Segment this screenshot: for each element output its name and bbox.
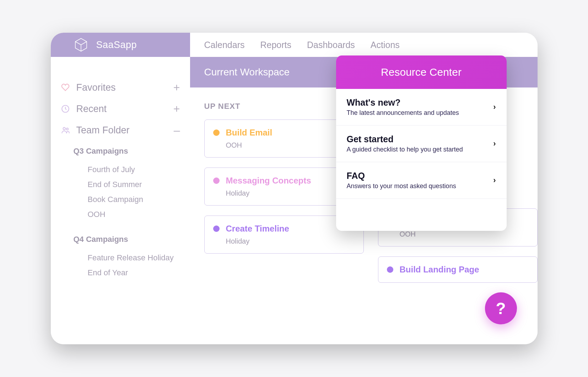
card-subtitle: Holiday [226,189,355,197]
help-button[interactable]: ? [485,292,517,324]
card-title: Build Landing Page [400,265,479,275]
resource-center-header: Resource Center [336,55,507,89]
resource-item-whats-new[interactable]: What's new? The latest announcements and… [336,89,507,126]
chevron-right-icon: › [493,102,496,112]
sidebar: Favorites + Recent + [51,57,190,344]
sidebar-group-q4: Q4 Campaigns Feature Release Holiday End… [61,235,180,280]
sidebar-item[interactable]: Feature Release Holiday [88,250,180,265]
sidebar-group-q3: Q3 Campaigns Fourth of July End of Summe… [61,147,180,222]
question-icon: ? [496,299,506,318]
card-subtitle: OOH [400,230,529,238]
card-subtitle: Holiday [226,237,355,245]
app-window: SaaSapp Calendars Reports Dashboards Act… [51,33,538,344]
card-subtitle: OOH [226,141,355,149]
task-card[interactable]: Build Landing Page [378,256,538,283]
spacer [336,199,507,231]
svg-point-2 [66,128,68,130]
sidebar-item[interactable]: OOH [88,207,180,222]
sidebar-group-title[interactable]: Q3 Campaigns [74,147,180,156]
clock-icon [61,104,70,113]
sidebar-item[interactable]: Book Campaign [88,192,180,207]
add-recent-button[interactable]: + [173,103,180,115]
nav-dashboards[interactable]: Dashboards [307,40,355,50]
resource-item-title: FAQ [347,171,493,181]
add-favorite-button[interactable]: + [173,82,180,93]
sidebar-favorites[interactable]: Favorites + [61,77,180,98]
resource-item-faq[interactable]: FAQ Answers to your most asked questions… [336,162,507,199]
sidebar-team-folder[interactable]: Team Folder – [61,120,180,141]
card-title: Messaging Concepts [226,176,311,186]
nav-calendars[interactable]: Calendars [204,40,245,50]
sidebar-recent-label: Recent [76,103,107,115]
resource-center-panel: Resource Center What's new? The latest a… [336,55,507,231]
brand: SaaSapp [51,33,190,57]
resource-item-get-started[interactable]: Get started A guided checklist to help y… [336,126,507,162]
status-dot-icon [213,177,220,184]
resource-item-desc: Answers to your most asked questions [347,182,493,190]
card-title: Build Email [226,128,273,138]
status-dot-icon [387,266,393,273]
resource-item-title: What's new? [347,97,493,108]
top-nav: Calendars Reports Dashboards Actions [190,33,538,57]
sidebar-item[interactable]: End of Year [88,265,180,280]
resource-item-desc: The latest announcements and updates [347,109,493,117]
nav-reports[interactable]: Reports [260,40,291,50]
heart-icon [61,83,70,92]
collapse-team-folder-button[interactable]: – [174,124,180,136]
chevron-right-icon: › [493,176,496,185]
svg-point-1 [63,127,65,130]
topbar: SaaSapp Calendars Reports Dashboards Act… [51,33,538,57]
sidebar-item[interactable]: Fourth of July [88,162,180,177]
status-dot-icon [213,225,220,232]
workspace-title: Current Workspace [204,67,290,78]
resource-item-desc: A guided checklist to help you get start… [347,146,493,153]
chevron-right-icon: › [493,139,496,148]
sidebar-team-folder-label: Team Folder [76,125,130,136]
nav-actions[interactable]: Actions [371,40,400,50]
brand-name: SaaSapp [96,39,137,51]
sidebar-group-title[interactable]: Q4 Campaigns [74,235,180,244]
team-icon [61,126,70,135]
sidebar-item[interactable]: End of Summer [88,177,180,192]
sidebar-favorites-label: Favorites [76,82,116,93]
card-title: Create Timeline [226,224,289,234]
resource-item-title: Get started [347,134,493,144]
status-dot-icon [213,129,220,136]
sidebar-recent[interactable]: Recent + [61,98,180,120]
cube-logo-icon [74,37,88,52]
